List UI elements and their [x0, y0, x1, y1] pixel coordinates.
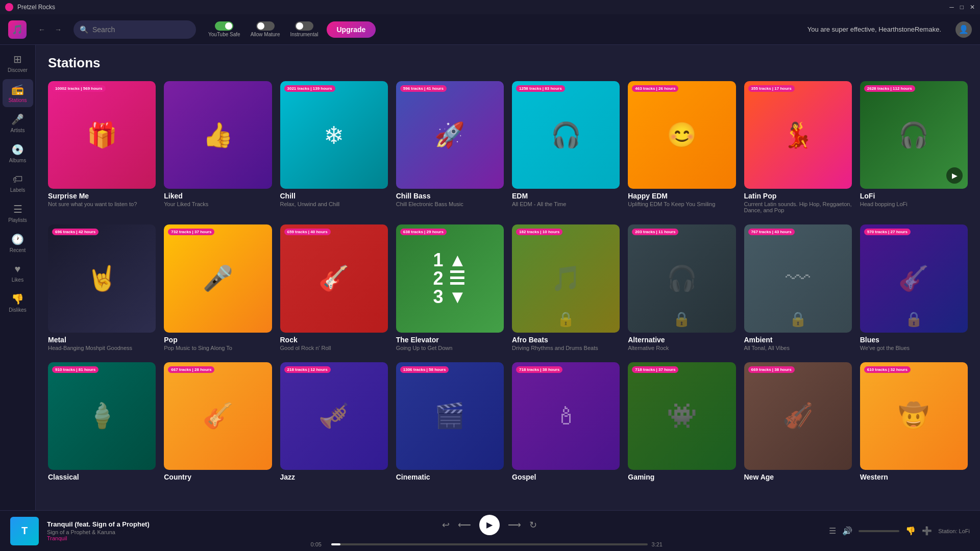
station-metal[interactable]: 696 tracks | 42 hours 🤘: [48, 224, 156, 332]
youtube-safe-toggle-item: YouTube Safe: [208, 21, 240, 37]
youtube-safe-toggle[interactable]: [215, 21, 233, 31]
station-surprise-me[interactable]: 10002 tracks | 569 hours 🎁: [48, 81, 156, 189]
youtube-safe-label: YouTube Safe: [208, 32, 240, 37]
lock-icon: 🔒: [557, 311, 575, 328]
station-western[interactable]: 610 tracks | 32 hours 🤠: [860, 362, 968, 470]
maximize-btn[interactable]: □: [960, 4, 964, 11]
next-button[interactable]: ⟶: [508, 519, 521, 531]
toggle-group: YouTube Safe Allow Mature Instrumental: [208, 21, 318, 37]
recent-icon: 🕐: [11, 233, 24, 245]
station-afro-beats[interactable]: 182 tracks | 10 hours 🎵 🔒: [512, 224, 620, 332]
forward-button[interactable]: →: [51, 22, 65, 37]
station-badge: 182 tracks | 10 hours: [516, 229, 562, 235]
list-item: 718 tracks | 37 hours 👾 Gaming: [628, 362, 736, 484]
back-button[interactable]: ←: [35, 22, 49, 37]
station-alternative[interactable]: 203 tracks | 11 hours 🎧 🔒: [628, 224, 736, 332]
minimize-btn[interactable]: ─: [949, 4, 954, 11]
station-icon: 🎁: [87, 121, 117, 149]
station-icon: 🚀: [434, 121, 465, 149]
sidebar-item-artists[interactable]: 🎤 Artists: [3, 109, 33, 137]
station-liked[interactable]: 👍: [164, 81, 272, 189]
station-happy-edm[interactable]: 463 tracks | 26 hours 😊: [628, 81, 736, 189]
station-cinematic[interactable]: 1306 tracks | 58 hours 🎬: [396, 362, 504, 470]
station-icon: 🎸: [203, 402, 233, 430]
prev-button[interactable]: ⟵: [458, 519, 471, 531]
main-layout: ⊞ Discover 📻 Stations 🎤 Artists 💿 Albums…: [0, 45, 980, 510]
station-info: New Age: [744, 470, 852, 484]
dislike-button[interactable]: 👎: [905, 526, 916, 536]
station-gospel[interactable]: 718 tracks | 38 hours 🕯: [512, 362, 620, 470]
search-input[interactable]: [92, 26, 190, 34]
player-artist: Sign of a Prophet & Karuna: [47, 529, 150, 535]
progress-row: 0:05 3:21: [311, 541, 668, 547]
station-icon: 🎬: [434, 402, 465, 430]
refresh-button[interactable]: ↻: [529, 519, 537, 531]
window-controls[interactable]: ─ □ ✕: [949, 4, 975, 11]
station-icon: 🤘: [87, 264, 117, 293]
sidebar-item-recent[interactable]: 🕐 Recent: [3, 229, 33, 257]
instrumental-toggle-item: Instrumental: [290, 21, 318, 37]
station-jazz[interactable]: 218 tracks | 12 hours 🎺: [280, 362, 388, 470]
add-to-playlist-button[interactable]: ➕: [922, 526, 932, 536]
player-song-title: Tranquil (feat. Sign of a Prophet): [47, 520, 150, 528]
station-info: Ambient All Tonal, All Vibes: [744, 333, 852, 354]
repeat-button[interactable]: ↩: [442, 519, 450, 531]
station-badge: 718 tracks | 37 hours: [632, 366, 678, 373]
station-classical[interactable]: 910 tracks | 81 hours 🍦: [48, 362, 156, 470]
play-pause-button[interactable]: ▶: [479, 515, 500, 535]
station-chill-bass[interactable]: 596 tracks | 41 hours 🚀: [396, 81, 504, 189]
close-btn[interactable]: ✕: [970, 4, 975, 11]
station-icon: 🎧: [898, 121, 929, 149]
station-country[interactable]: 667 tracks | 28 hours 🎸: [164, 362, 272, 470]
sidebar-item-label-stations: Stations: [8, 97, 27, 103]
sidebar-item-likes[interactable]: ♥ Likes: [3, 259, 33, 287]
station-chill[interactable]: 3021 tracks | 139 hours ❄: [280, 81, 388, 189]
queue-button[interactable]: ☰: [829, 526, 836, 536]
station-info: Latin Pop Current Latin sounds. Hip Hop,…: [744, 189, 852, 216]
sidebar-item-playlists[interactable]: ☰ Playlists: [3, 199, 33, 227]
station-badge: 638 tracks | 29 hours: [400, 229, 447, 235]
lock-icon: 🔒: [673, 311, 691, 328]
mute-button[interactable]: 🔊: [842, 526, 852, 536]
station-rock[interactable]: 659 tracks | 40 hours 🎸: [280, 224, 388, 332]
allow-mature-toggle[interactable]: [256, 21, 275, 31]
sidebar-item-labels[interactable]: 🏷 Labels: [3, 169, 33, 197]
play-overlay[interactable]: ▶: [946, 167, 963, 184]
instrumental-toggle[interactable]: [295, 21, 313, 31]
station-badge: 463 tracks | 26 hours: [632, 85, 678, 92]
player-album: Tranquil: [47, 535, 150, 541]
station-elevator[interactable]: 638 tracks | 29 hours 1 ▲2 ☰3 ▼: [396, 224, 504, 332]
sidebar-item-albums[interactable]: 💿 Albums: [3, 139, 33, 167]
list-item: 570 tracks | 27 hours 🎸 🔒 Blues We've go…: [860, 224, 968, 354]
sidebar-item-label-recent: Recent: [10, 247, 26, 253]
station-info: Western: [860, 470, 968, 484]
sidebar-item-discover[interactable]: ⊞ Discover: [3, 49, 33, 77]
labels-icon: 🏷: [13, 173, 23, 185]
station-badge: 696 tracks | 42 hours: [52, 229, 99, 235]
station-gaming[interactable]: 718 tracks | 37 hours 👾: [628, 362, 736, 470]
sidebar-item-dislikes[interactable]: 👎 Dislikes: [3, 289, 33, 317]
station-ambient[interactable]: 767 tracks | 43 hours 〰 🔒: [744, 224, 852, 332]
stations-row-3: 910 tracks | 81 hours 🍦 Classical 667 tr…: [48, 362, 968, 484]
topbar: 🎵 ← → 🔍 YouTube Safe Allow Mature Instru…: [0, 14, 980, 45]
station-edm[interactable]: 1258 tracks | 83 hours 🎧: [512, 81, 620, 189]
station-icon: 👍: [203, 121, 233, 149]
station-latin-pop[interactable]: 355 tracks | 17 hours 💃: [744, 81, 852, 189]
station-info: Jazz: [280, 470, 388, 484]
allow-mature-toggle-item: Allow Mature: [251, 21, 280, 37]
station-new-age[interactable]: 669 tracks | 38 hours 🎻: [744, 362, 852, 470]
station-pop[interactable]: 732 tracks | 37 hours 🎤: [164, 224, 272, 332]
avatar[interactable]: 👤: [955, 21, 972, 38]
station-lofi[interactable]: 2628 tracks | 112 hours 🎧 ▶: [860, 81, 968, 189]
volume-slider[interactable]: [859, 530, 899, 532]
station-info: Gaming: [628, 470, 736, 484]
list-item: 182 tracks | 10 hours 🎵 🔒 Afro Beats Dri…: [512, 224, 620, 354]
list-item: 218 tracks | 12 hours 🎺 Jazz: [280, 362, 388, 484]
upgrade-button[interactable]: Upgrade: [327, 21, 376, 38]
progress-bar[interactable]: [331, 543, 648, 545]
sidebar-item-stations[interactable]: 📻 Stations: [3, 79, 33, 107]
station-badge: 669 tracks | 38 hours: [748, 366, 795, 373]
station-icon: 😊: [667, 121, 697, 149]
station-blues[interactable]: 570 tracks | 27 hours 🎸 🔒: [860, 224, 968, 332]
search-bar[interactable]: 🔍: [74, 20, 196, 39]
